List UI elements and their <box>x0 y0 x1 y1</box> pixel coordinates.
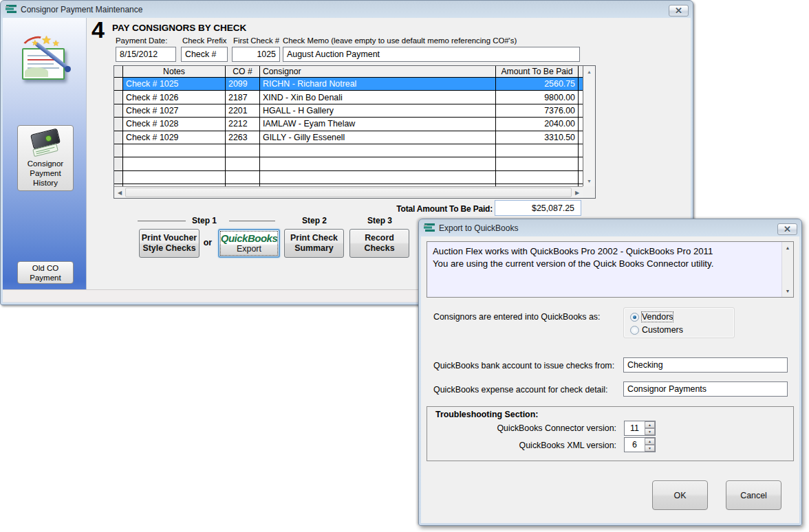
scroll-down-icon[interactable]: ▼ <box>583 175 595 186</box>
check-wizard-icon: ★ ★ ★ <box>21 37 70 87</box>
table-row[interactable]: Check # 1025 2099 RICHN - Richard Notrea… <box>114 78 583 91</box>
dialog-titlebar[interactable]: Export to QuickBooks ✕ <box>421 219 799 236</box>
connector-version-label: QuickBooks Connector version: <box>468 423 616 433</box>
xml-version-label: QuickBooks XML version: <box>468 441 616 450</box>
infobox-scroll-down-icon[interactable]: ▼ <box>783 286 792 296</box>
customers-radio-label: Customers <box>642 325 683 335</box>
ok-button[interactable]: OK <box>652 480 708 510</box>
table-row[interactable]: Check # 1026 2187 XIND - Xin Bo Denali 9… <box>114 91 583 104</box>
old-co-payment-button[interactable]: Old CO Payment <box>17 261 74 284</box>
customers-radio[interactable] <box>630 326 639 335</box>
xml-version-spinner[interactable]: 6 ▲▼ <box>624 437 656 452</box>
app-icon <box>6 4 17 14</box>
col-amount[interactable]: Amount To Be Paid <box>496 66 579 77</box>
table-header: Notes CO # Consignor Amount To Be Paid <box>114 66 583 78</box>
table-row[interactable]: Check # 1029 2263 GILLY - Gilly Essenell… <box>114 131 583 144</box>
main-close-button[interactable]: ✕ <box>669 5 689 16</box>
info-line2: You are using the current version of the… <box>433 258 777 270</box>
table-row[interactable]: Check # 1027 2201 HGALL - H Gallery 7376… <box>114 104 583 118</box>
hscroll-thumb[interactable] <box>125 188 572 197</box>
dialog-title: Export to QuickBooks <box>439 223 518 233</box>
first-check-label: First Check # <box>233 36 279 45</box>
page-heading: PAY CONSIGNORS BY CHECK <box>112 23 246 33</box>
expense-account-input[interactable]: Consignor Payments <box>623 381 788 397</box>
history-button-label: Consignor Payment History <box>18 159 73 188</box>
dialog-close-button[interactable]: ✕ <box>777 223 797 235</box>
step3-label: Step 3 <box>359 216 400 225</box>
payments-table: Notes CO # Consignor Amount To Be Paid <box>114 65 596 199</box>
consignor-type-radio-group: Vendors Customers <box>623 307 735 338</box>
col-notes[interactable]: Notes <box>123 66 226 77</box>
check-prefix-input[interactable]: Check # <box>181 47 228 62</box>
table-row[interactable] <box>114 157 583 170</box>
dialog-close-icon: ✕ <box>784 224 791 234</box>
customers-radio-row[interactable]: Customers <box>630 325 683 335</box>
payment-date-label: Payment Date: <box>116 36 167 45</box>
scroll-up-icon[interactable]: ▲ <box>583 66 595 77</box>
col-consignor[interactable]: Consignor <box>260 66 496 77</box>
expense-account-label: QuickBooks expense account for check det… <box>433 385 607 395</box>
print-voucher-button[interactable]: Print Voucher Style Checks <box>139 229 199 258</box>
table-horizontal-scrollbar[interactable]: ◀ ▶ <box>114 186 583 198</box>
quickbooks-export-button[interactable]: QuickBooks Export <box>218 229 280 258</box>
step-number: 4 <box>91 18 105 43</box>
main-titlebar[interactable]: Consignor Payment Maintenance ✕ <box>3 1 691 18</box>
total-value: $25,087.25 <box>495 200 581 216</box>
quickbooks-info-box: Auction Flex works with QuickBooks Pro 2… <box>427 241 794 298</box>
check-prefix-label: Check Prefix <box>182 36 227 45</box>
row-indicator-header <box>114 66 123 77</box>
check-memo-input[interactable]: August Auction Payment <box>283 47 580 62</box>
export-dialog: Export to QuickBooks ✕ Auction Flex work… <box>418 219 802 526</box>
chequebook-icon <box>29 130 62 157</box>
infobox-scroll-up-icon[interactable]: ▲ <box>783 243 792 253</box>
consignor-payment-history-button[interactable]: Consignor Payment History <box>17 125 74 191</box>
payment-date-input[interactable]: 8/15/2012 <box>116 47 176 62</box>
connector-version-spinner[interactable]: 11 ▲▼ <box>624 421 656 436</box>
step1-label: Step 1 <box>184 216 225 225</box>
connector-spin-up-icon[interactable]: ▲ <box>645 421 655 428</box>
table-vertical-scrollbar[interactable]: ▲ ▼ <box>583 66 595 186</box>
table-row[interactable]: Check # 1028 2212 IAMLAW - Eyam Thelaw 2… <box>114 118 583 131</box>
check-memo-label: Check Memo (leave empty to use default m… <box>283 36 517 45</box>
col-co[interactable]: CO # <box>226 66 260 77</box>
total-label: Total Amount To Be Paid: <box>348 204 493 214</box>
troubleshooting-groupbox: Troubleshooting Section: QuickBooks Conn… <box>427 406 794 461</box>
print-check-summary-button[interactable]: Print Check Summary <box>284 229 344 258</box>
cancel-button[interactable]: Cancel <box>726 480 781 510</box>
table-row[interactable] <box>114 171 583 184</box>
vendors-radio-row[interactable]: Vendors <box>630 312 673 322</box>
record-checks-button[interactable]: Record Checks <box>349 229 409 258</box>
bank-account-label: QuickBooks bank account to issue checks … <box>433 361 614 370</box>
vendors-radio[interactable] <box>630 313 639 322</box>
step2-label: Step 2 <box>294 216 335 225</box>
vendors-radio-label: Vendors <box>642 312 673 322</box>
dialog-app-icon <box>424 223 435 233</box>
scroll-right-icon[interactable]: ▶ <box>572 187 583 198</box>
oldco-button-label: Old CO Payment <box>30 263 61 282</box>
table-row[interactable] <box>114 144 583 157</box>
scroll-left-icon[interactable]: ◀ <box>114 187 125 198</box>
bank-account-input[interactable]: Checking <box>623 357 788 373</box>
xml-spin-up-icon[interactable]: ▲ <box>645 438 655 445</box>
xml-spin-down-icon[interactable]: ▼ <box>645 445 655 452</box>
or-label: or <box>199 238 217 247</box>
sidebar: ★ ★ ★ Consignor Payment History Old CO P… <box>3 18 87 289</box>
consignor-type-label: Consignors are entered into QuickBooks a… <box>433 312 600 322</box>
main-window-title: Consignor Payment Maintenance <box>21 5 142 14</box>
troubleshooting-title: Troubleshooting Section: <box>435 410 538 419</box>
first-check-input[interactable]: 1025 <box>232 47 280 62</box>
infobox-scrollbar[interactable]: ▲ ▼ <box>781 242 793 297</box>
close-icon: ✕ <box>675 5 682 16</box>
info-line1: Auction Flex works with QuickBooks Pro 2… <box>433 245 777 258</box>
connector-spin-down-icon[interactable]: ▼ <box>645 428 655 435</box>
